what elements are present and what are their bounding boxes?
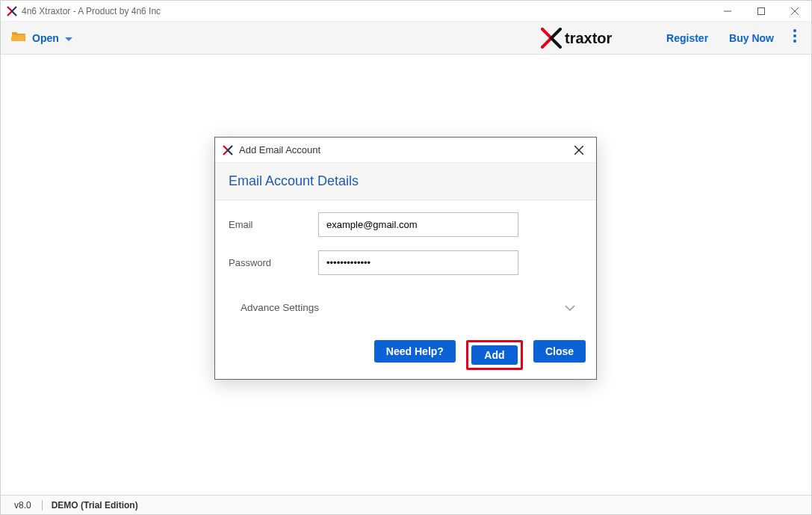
dialog-header: Add Email Account [215,138,596,163]
brand-text: traxtor [565,30,613,46]
chevron-down-icon [565,302,575,313]
password-input[interactable] [318,250,518,275]
version-label: v8.0 [14,500,31,511]
dialog-icon [223,145,233,155]
close-button[interactable]: Close [533,340,586,363]
add-email-account-dialog: Add Email Account Email Account Details … [214,137,597,380]
content-area: Add Email Account Email Account Details … [1,55,811,495]
advance-settings-label: Advance Settings [241,302,319,313]
brand-logo: traxtor [541,28,638,49]
window-controls [710,1,811,22]
open-button[interactable]: Open [11,31,72,45]
email-row: Email [229,212,583,237]
register-link[interactable]: Register [666,32,708,44]
svg-rect-1 [757,7,764,14]
need-help-button[interactable]: Need Help? [374,340,456,363]
open-label: Open [32,32,59,44]
password-label: Password [229,257,318,268]
email-input[interactable] [318,212,518,237]
dialog-body: Email Password Advance Settings [215,200,596,333]
buy-now-link[interactable]: Buy Now [729,32,774,44]
email-label: Email [229,219,318,230]
password-row: Password [229,250,583,275]
dialog-footer: Need Help? Add Close [215,333,596,379]
toolbar: Open traxtor Register Buy Now [1,22,811,55]
dialog-subtitle: Email Account Details [229,173,583,189]
more-menu-button[interactable] [789,28,801,48]
statusbar: v8.0 DEMO (Trial Edition) [1,495,811,514]
close-window-button[interactable] [778,1,811,22]
chevron-down-icon [65,32,72,44]
minimize-button[interactable] [710,1,744,22]
advance-settings-toggle[interactable]: Advance Settings [229,289,583,327]
app-icon [7,6,17,16]
dialog-close-button[interactable] [569,141,589,160]
add-button[interactable]: Add [471,345,518,365]
divider [42,500,43,511]
add-button-highlight: Add [466,340,523,370]
edition-label: DEMO (Trial Edition) [52,500,138,511]
dialog-subheader: Email Account Details [215,163,596,200]
maximize-button[interactable] [744,1,778,22]
titlebar: 4n6 Xtraxtor - A Product by 4n6 Inc [1,1,811,22]
folder-icon [11,31,26,45]
svg-point-4 [793,29,796,32]
dialog-title: Add Email Account [239,144,320,155]
svg-point-6 [793,40,796,43]
svg-point-5 [793,34,796,37]
app-title: 4n6 Xtraxtor - A Product by 4n6 Inc [22,6,161,16]
